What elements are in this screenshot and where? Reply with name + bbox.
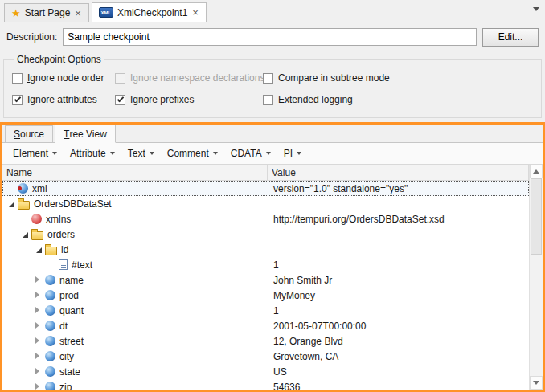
tree-node-name: xml — [32, 183, 47, 194]
chevron-down-icon[interactable] — [533, 7, 539, 11]
folder-icon — [31, 231, 43, 240]
description-input[interactable] — [63, 28, 477, 46]
arrow-up-icon — [533, 169, 539, 174]
expander-collapsed-icon[interactable] — [33, 321, 43, 331]
description-row: Description: Edit... — [0, 22, 545, 51]
close-icon[interactable]: × — [191, 7, 199, 18]
tree-row-name-cell: zip — [2, 382, 268, 390]
expander-collapsed-icon[interactable] — [33, 305, 43, 316]
tree-node-name: dt — [59, 321, 68, 332]
tab-source[interactable]: Source — [5, 125, 53, 142]
toolbar-attribute-button[interactable]: Attribute — [64, 145, 121, 161]
expander-collapsed-icon[interactable] — [33, 336, 43, 346]
tree-row-zip[interactable]: zip54636 — [2, 379, 529, 390]
element-node-icon — [45, 351, 55, 361]
checkpoint-options-group: Checkpoint Options Ignore node orderIgno… — [3, 54, 542, 118]
dropdown-caret-icon — [110, 152, 115, 155]
element-node-icon — [45, 336, 55, 346]
checkbox-compare-in-subtree-mode[interactable]: Compare in subtree mode — [263, 72, 533, 84]
checkbox-ignore-attributes[interactable]: Ignore attributes — [12, 94, 115, 105]
expander-expanded-icon[interactable] — [33, 244, 43, 255]
tree-row-dt[interactable]: dt2001-05-07T00:00:00 — [2, 318, 529, 333]
expander-collapsed-icon[interactable] — [33, 275, 43, 285]
tree-row-state[interactable]: stateUS — [2, 364, 529, 379]
expander-collapsed-icon[interactable] — [33, 382, 43, 390]
tree-row-orders[interactable]: orders — [2, 227, 529, 242]
expander-expanded-icon[interactable] — [19, 229, 30, 239]
tab-xmlcheckpoint1[interactable]: XMLXmlCheckpoint1× — [92, 2, 207, 22]
column-header-name[interactable]: Name — [2, 165, 268, 180]
tree-node-value: MyMoney — [268, 288, 529, 303]
tree-node-name: #text — [72, 259, 92, 271]
checkbox-box — [115, 73, 125, 84]
toolbar-cdata-button[interactable]: CDATA — [225, 145, 277, 161]
tree-row-xmlns[interactable]: xmlnshttp://tempuri.org/OrdersDBDataSet.… — [2, 211, 529, 227]
tree-node-value: 1 — [268, 257, 529, 272]
column-header-value[interactable]: Value — [268, 165, 529, 180]
checkbox-box — [115, 95, 125, 105]
scroll-up-button[interactable] — [530, 165, 543, 178]
close-icon[interactable]: × — [74, 8, 82, 18]
xml-checkpoint-editor: ★Start Page×XMLXmlCheckpoint1× Descripti… — [0, 0, 545, 392]
tree-row-city[interactable]: cityGrovetown, CA — [2, 349, 529, 364]
tree-node-value: 1 — [268, 303, 529, 318]
tree-row-name[interactable]: nameJohn Smith Jr — [2, 272, 529, 288]
checkbox-label: Compare in subtree mode — [278, 72, 390, 84]
expander-spacer — [19, 214, 30, 224]
checkbox-label: Ignore attributes — [27, 94, 97, 105]
tree-row-name-cell: dt — [2, 321, 268, 332]
tree-node-value: Grovetown, CA — [268, 349, 529, 364]
expander-collapsed-icon[interactable] — [33, 351, 43, 361]
tree-row-id[interactable]: id — [2, 242, 529, 257]
tab-label: XmlCheckpoint1 — [117, 7, 187, 18]
tree-node-value: 2001-05-07T00:00:00 — [268, 318, 529, 333]
tree-node-name: city — [59, 351, 74, 362]
checkbox-box — [12, 95, 23, 105]
arrow-down-icon — [533, 381, 539, 385]
description-label: Description: — [6, 31, 57, 43]
checkbox-extended-logging[interactable]: Extended logging — [263, 94, 533, 105]
toolbar-pi-button[interactable]: PI — [278, 145, 307, 161]
tree-row-name-cell: xmlns — [2, 214, 268, 225]
folder-icon — [45, 247, 57, 255]
tree-row-xml[interactable]: xmlversion="1.0" standalone="yes" — [2, 181, 529, 196]
expander-collapsed-icon[interactable] — [33, 290, 43, 300]
toolbar-element-button[interactable]: Element — [7, 145, 63, 161]
tree-row-street[interactable]: street12, Orange Blvd — [2, 333, 529, 349]
scroll-down-button[interactable] — [530, 376, 543, 390]
element-node-icon — [45, 382, 55, 390]
edit-button[interactable]: Edit... — [482, 28, 539, 47]
vertical-scrollbar[interactable] — [529, 165, 543, 390]
toolbar-comment-button[interactable]: Comment — [162, 145, 223, 161]
checkbox-ignore-prefixes[interactable]: Ignore prefixes — [115, 94, 263, 105]
tree-row-name-cell: state — [2, 366, 268, 378]
tree-node-name: street — [59, 336, 84, 347]
tree-row-text[interactable]: #text1 — [2, 257, 529, 272]
tree-node-name: state — [59, 366, 80, 378]
tab-start-page[interactable]: ★Start Page× — [4, 3, 89, 22]
expander-expanded-icon[interactable] — [6, 198, 16, 209]
tree-row-name-cell: quant — [2, 305, 268, 316]
check-mark-icon — [117, 95, 124, 101]
text-node-icon — [59, 259, 68, 270]
element-node-icon — [45, 366, 55, 377]
tree-row-prod[interactable]: prodMyMoney — [2, 288, 529, 303]
document-tabs: ★Start Page×XMLXmlCheckpoint1× — [4, 2, 209, 22]
tree-node-value: US — [268, 364, 529, 379]
xml-checkpoint-icon: XML — [99, 7, 113, 18]
scrollbar-thumb[interactable] — [531, 178, 542, 255]
tree-node-name: xmlns — [46, 214, 71, 225]
checkpoint-data-panel: SourceTree View ElementAttributeTextComm… — [0, 122, 545, 392]
tree-row-quant[interactable]: quant1 — [2, 303, 529, 318]
tree-row-ordersdbdataset[interactable]: OrdersDBDataSet — [2, 196, 529, 211]
tree-rows: xmlversion="1.0" standalone="yes"OrdersD… — [2, 181, 543, 390]
tree-node-value: version="1.0" standalone="yes" — [268, 181, 529, 196]
toolbar-button-label: Attribute — [70, 148, 106, 159]
toolbar-button-label: Text — [128, 148, 145, 159]
tab-tree-view[interactable]: Tree View — [55, 125, 116, 143]
checkbox-label: Ignore namespace declarations — [130, 72, 264, 84]
checkbox-ignore-node-order[interactable]: Ignore node order — [12, 72, 115, 84]
tree-node-value: John Smith Jr — [268, 272, 529, 288]
expander-collapsed-icon[interactable] — [33, 366, 43, 377]
toolbar-text-button[interactable]: Text — [122, 145, 160, 161]
